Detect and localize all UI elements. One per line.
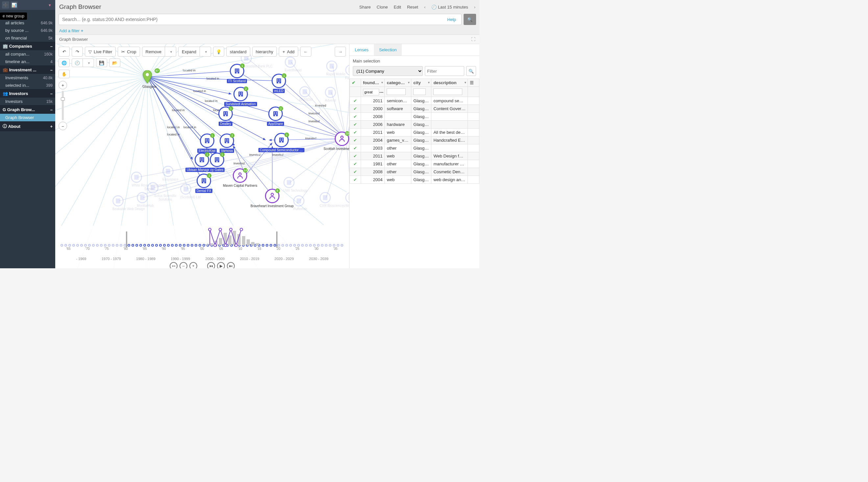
graph-node-dealley[interactable]: 1Dealley — [218, 107, 233, 127]
forward-button[interactable]: → — [335, 47, 346, 57]
pan-hand-icon[interactable]: ✋ — [59, 70, 70, 78]
back-button[interactable]: ← — [300, 47, 311, 57]
save-icon[interactable]: 💾 — [96, 59, 107, 67]
add-filter-button[interactable]: Add a filter + — [55, 27, 479, 34]
filter-funnel-icon[interactable]: ▾ — [46, 1, 53, 8]
column-description[interactable]: description▾ — [431, 79, 468, 87]
table-row[interactable]: ✔2008otherGlasgowCosmetic Dentist — [350, 168, 479, 176]
sidebar-group-investors[interactable]: 👥 Investors– — [0, 89, 55, 98]
column-city[interactable]: city▾ — [411, 79, 431, 87]
table-row[interactable]: ✔2006hardwareGlasgow — [350, 121, 479, 128]
filter-city[interactable] — [413, 88, 426, 95]
share-button[interactable]: Share — [360, 5, 371, 9]
chart-icon[interactable]: 📊 — [10, 1, 18, 8]
timeline-rewind-icon[interactable]: ⏮ — [207, 262, 215, 268]
reset-button[interactable]: Reset — [407, 5, 418, 9]
search-help-link[interactable]: Help — [447, 17, 456, 22]
open-icon[interactable]: 📂 — [109, 59, 120, 67]
selection-filter-input[interactable] — [425, 66, 464, 76]
columns-menu-icon[interactable]: ☰ — [468, 79, 479, 87]
sidebar-item-timeline[interactable]: timeline an...4 — [0, 58, 55, 65]
column-founded[interactable]: founded:...▾ — [361, 79, 385, 87]
column-category[interactable]: category_c...▾ — [385, 79, 411, 87]
timeline-step-back-icon[interactable]: ↤ — [169, 262, 178, 268]
sidebar-item-investors[interactable]: Investors15k — [0, 98, 55, 105]
edit-button[interactable]: Edit — [394, 5, 401, 9]
expand-button[interactable]: Expand — [178, 47, 200, 57]
expand-menu-button[interactable] — [200, 47, 211, 57]
layout-standard-button[interactable]: standard — [226, 47, 250, 57]
graph-node-mled[interactable]: 1mLED — [272, 73, 286, 94]
sidebar-item-graph-browser[interactable]: Graph Browser — [0, 114, 55, 121]
graph-node-sib[interactable]: 38Scottish Investment Bank — [322, 131, 349, 152]
graph-node-iti[interactable]: 1ITI Scotland — [227, 64, 247, 84]
table-row[interactable]: ✔2011semicondu...Glasgowcompound semi... — [350, 97, 479, 105]
sidebar-item-all-companies[interactable]: all compan...160k — [0, 50, 55, 58]
sidebar-group-about[interactable]: ⓘ About+ — [0, 122, 55, 131]
sidebar-item-investments[interactable]: Investments40.8k — [0, 74, 55, 82]
crop-button[interactable]: ✂Crop — [118, 47, 140, 57]
search-button[interactable]: 🔍 — [464, 14, 476, 25]
sidebar-item-selected[interactable]: selected in...399 — [0, 82, 55, 89]
graph-node-electric[interactable]: 1ElectricKiwi — [197, 133, 217, 154]
clone-button[interactable]: Clone — [377, 5, 388, 9]
select-all-checkbox[interactable]: ✔ — [350, 79, 361, 87]
remove-button[interactable]: Remove — [142, 47, 165, 57]
sidebar-group-companies[interactable]: 🏢 Companies– — [0, 42, 55, 50]
timeline-zoom-out-icon[interactable]: – — [180, 262, 187, 268]
new-dashboard-icon[interactable]: ➕ — [2, 1, 9, 8]
graph-node-sund[interactable]: 2Sundstedt Animation — [224, 87, 257, 107]
zoom-slider[interactable] — [62, 91, 64, 120]
layout-hierarchy-button[interactable]: hierarchy — [252, 47, 277, 57]
filter-description[interactable] — [433, 88, 462, 95]
table-row[interactable]: ✔2011webGlasgowAll the best deals — [350, 128, 479, 137]
timeline[interactable]: '65'70'75'80'85'90'95'00'05'10'15'20'25'… — [55, 225, 349, 268]
sidebar-group-investment[interactable]: 💼 Investment ...– — [0, 66, 55, 74]
zoom-out-button[interactable]: – — [59, 122, 67, 130]
table-row[interactable]: ✔2000softwareGlasgowContent Govern... — [350, 105, 479, 113]
graph-node-maven[interactable]: 14Maven Capital Partners — [222, 168, 259, 188]
globe-icon[interactable]: 🌐 — [59, 59, 70, 67]
table-row[interactable]: ✔2008Glasgow — [350, 113, 479, 121]
graph-canvas[interactable]: ↶ ↷ ▽Live Filter ✂Crop Remove Expand 💡 s… — [55, 44, 349, 268]
svg-rect-93 — [240, 95, 241, 96]
timeline-forward-icon[interactable]: ⏭ — [227, 262, 235, 268]
tab-selection[interactable]: Selection — [374, 44, 402, 56]
remove-menu-button[interactable] — [165, 47, 176, 57]
timeline-play-icon[interactable]: ▶ — [217, 262, 225, 268]
hint-button[interactable]: 💡 — [213, 47, 224, 57]
table-row[interactable]: ✔1981otherGlasgowmanufacturer of... — [350, 160, 479, 168]
history-icon[interactable]: 🕘 — [72, 59, 83, 67]
graph-node-appshare[interactable]: 2AppShare — [267, 107, 284, 127]
expand-panel-icon[interactable]: ⛶ — [471, 37, 475, 42]
sidebar-group-graph[interactable]: G Graph Brow...– — [0, 106, 55, 114]
add-node-button[interactable]: + Add — [279, 47, 298, 57]
filter-founded-greater[interactable] — [363, 89, 379, 95]
sidebar-item-on-financial[interactable]: on financial5k — [0, 34, 55, 42]
svg-point-315 — [163, 244, 165, 246]
entity-type-select[interactable]: (11) Company — [353, 66, 423, 76]
table-row[interactable]: ✔2011webGlasgowWeb Design for ... — [350, 152, 479, 160]
timeline-zoom-in-icon[interactable]: + — [189, 262, 197, 268]
graph-node-brave[interactable]: 8Braveheart Investment Group — [249, 189, 295, 209]
sidebar-item-all-articles[interactable]: all articles646.9k — [0, 19, 55, 27]
table-row[interactable]: ✔2004games_videoGlasgowHandcrafted Exp..… — [350, 137, 479, 144]
time-next-icon[interactable]: › — [474, 5, 475, 9]
table-row[interactable]: ✔2004webGlasgowweb design and ... — [350, 176, 479, 184]
graph-node-dental[interactable]: 1Dental FX — [195, 174, 212, 194]
selection-search-button[interactable]: 🔍 — [466, 66, 476, 76]
redo-button[interactable]: ↷ — [72, 47, 83, 57]
zoom-in-button[interactable]: + — [59, 81, 67, 89]
graph-node-vamosa[interactable]: 2Vamosa — [220, 133, 234, 154]
time-prev-icon[interactable]: ‹ — [424, 5, 426, 9]
time-range-picker[interactable]: 🕘 Last 15 minutes — [431, 5, 468, 9]
graph-node-compound[interactable]: 1Compound Semiconductor Tech... — [258, 133, 305, 153]
sidebar-item-by-source[interactable]: by source ...646.9k — [0, 27, 55, 34]
live-filter-button[interactable]: ▽Live Filter — [85, 47, 116, 57]
table-row[interactable]: ✔2003otherGlasgow — [350, 144, 479, 152]
tab-lenses[interactable]: Lenses — [349, 44, 374, 56]
filter-category[interactable] — [386, 88, 406, 95]
undo-button[interactable]: ↶ — [59, 47, 70, 57]
history-menu-icon[interactable] — [83, 59, 94, 67]
search-input[interactable] — [62, 17, 447, 22]
